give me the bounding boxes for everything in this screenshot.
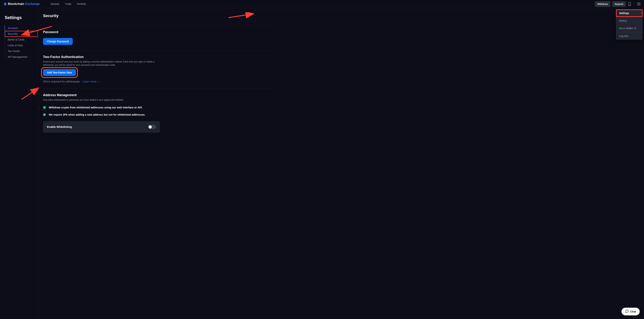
twofa-description: Protect your account and your funds by a… — [43, 60, 160, 67]
address-description: Only allow withdrawals to addresses you … — [43, 99, 160, 102]
whitelisting-toggle-card: Enable Whitelisting — [43, 121, 160, 133]
dropdown-history[interactable]: History — [616, 17, 642, 25]
deposit-button[interactable]: Deposit — [612, 1, 626, 7]
learn-more-label: Learn more — [83, 80, 96, 83]
topbar: Blockchain Exchange Markets Trade Portfo… — [0, 0, 644, 8]
main-content: Security Password Change Password Two-Fa… — [38, 8, 644, 319]
arrow-right-icon: → — [97, 80, 100, 83]
svg-point-1 — [630, 5, 630, 5]
brand-word1: Blockchain — [8, 2, 24, 6]
nav-links: Markets Trade Portfolio — [50, 3, 86, 6]
sidebar-item-security[interactable]: Security — [5, 31, 38, 37]
address-bullet-1: ✓ Withdraw crypto from whitelisted addre… — [43, 106, 272, 109]
sidebar-item-banks-cards[interactable]: Banks & Cards — [5, 37, 38, 43]
check-icon: ✓ — [43, 113, 46, 116]
brand-logo[interactable]: Blockchain Exchange — [3, 2, 40, 6]
twofa-note-text: 2FA is required for withdrawals. — [43, 80, 80, 83]
change-password-button[interactable]: Change Password — [43, 38, 73, 45]
toggle-knob — [148, 125, 152, 129]
twofa-title: Two-Factor Authentication — [43, 55, 272, 59]
nav-portfolio[interactable]: Portfolio — [77, 3, 86, 6]
chat-widget[interactable]: Chat — [622, 308, 640, 315]
settings-sidebar: Settings Account Security Banks & Cards … — [0, 8, 38, 319]
add-two-factor-button[interactable]: Add Two-Factor Now — [43, 69, 76, 76]
address-management-section: Address Management Only allow withdrawal… — [43, 88, 272, 138]
dropdown-settings[interactable]: Settings — [616, 9, 642, 17]
sidebar-item-account[interactable]: Account — [5, 25, 38, 31]
password-title: Password — [43, 30, 272, 34]
page-heading: Security — [43, 14, 272, 18]
password-section: Password Change Password — [43, 25, 272, 50]
whitelisting-toggle-label: Enable Whitelisting — [47, 125, 72, 128]
twofa-note: 2FA is required for withdrawals. Learn m… — [43, 80, 272, 83]
whitelisting-toggle[interactable] — [148, 125, 156, 129]
address-bullet-2-text: We require 2FA when adding a new address… — [49, 113, 145, 116]
dropdown-go-to-wallet[interactable]: Go to Wallet — [616, 25, 642, 32]
separator — [634, 2, 634, 6]
dropdown-go-to-wallet-label: Go to Wallet — [619, 27, 633, 30]
learn-more-link[interactable]: Learn more → — [83, 80, 100, 83]
nav-trade[interactable]: Trade — [65, 3, 72, 6]
blockchain-logo-icon — [3, 2, 7, 6]
chat-label: Chat — [630, 310, 636, 313]
external-link-icon — [634, 27, 636, 30]
sidebar-item-limits-fees[interactable]: Limits & Fees — [5, 43, 38, 48]
nav-markets[interactable]: Markets — [50, 3, 60, 6]
address-bullet-2: ✓ We require 2FA when adding a new addre… — [43, 113, 272, 116]
dropdown-log-out[interactable]: Log Out — [616, 32, 642, 40]
sidebar-item-api-management[interactable]: API Management — [5, 54, 38, 60]
check-icon: ✓ — [43, 106, 46, 109]
sidebar-title: Settings — [5, 15, 38, 20]
sidebar-item-tax-center[interactable]: Tax Center — [5, 48, 38, 54]
mobile-icon[interactable] — [628, 2, 632, 6]
twofa-section: Two-Factor Authentication Protect your a… — [43, 50, 272, 88]
address-bullet-1-text: Withdraw crypto from whitelisted address… — [49, 106, 142, 109]
brand-word2: Exchange — [25, 2, 40, 6]
top-actions: Withdraw Deposit — [595, 1, 641, 7]
user-menu-dropdown: Settings History Go to Wallet Log Out — [616, 9, 642, 40]
address-title: Address Management — [43, 93, 272, 97]
withdraw-button[interactable]: Withdraw — [595, 1, 610, 7]
chat-bubble-icon — [625, 309, 629, 313]
hamburger-menu-icon[interactable] — [637, 2, 641, 6]
